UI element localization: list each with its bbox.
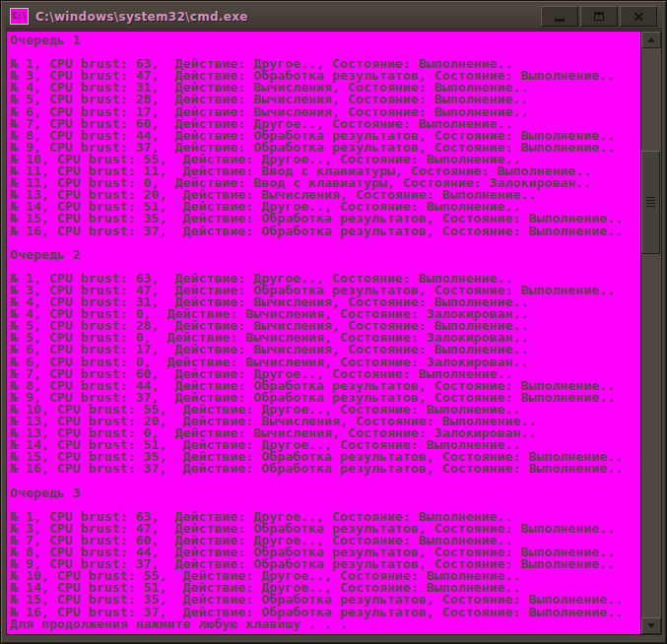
cmd-icon-label: C:\ xyxy=(12,12,26,21)
scroll-up-button[interactable] xyxy=(641,32,661,48)
window-controls: ✕ xyxy=(541,6,657,27)
maximize-button[interactable] xyxy=(580,6,618,27)
minimize-icon xyxy=(555,19,565,22)
console-client-area: Очередь 1№ 1, CPU brust: 63, Действие: Д… xyxy=(6,31,662,635)
cmd-window: C:\ C:\windows\system32\cmd.exe ✕ Очеред… xyxy=(0,0,667,644)
scrollbar-thumb[interactable] xyxy=(641,151,660,254)
arrow-up-icon xyxy=(647,37,655,42)
scroll-down-button[interactable] xyxy=(641,617,661,634)
maximize-icon xyxy=(594,12,604,21)
close-button[interactable]: ✕ xyxy=(620,6,657,27)
console-line: № 16, CPU brust: 37, Действие: Обработка… xyxy=(10,225,640,237)
cmd-icon: C:\ xyxy=(10,8,29,25)
arrow-down-icon xyxy=(647,623,655,628)
console-line: № 16, CPU brust: 37, Действие: Обработка… xyxy=(10,463,640,475)
console-line: Очередь 2 xyxy=(10,249,640,261)
window-title: C:\windows\system32\cmd.exe xyxy=(35,10,248,24)
minimize-button[interactable] xyxy=(541,6,578,27)
console-output[interactable]: Очередь 1№ 1, CPU brust: 63, Действие: Д… xyxy=(7,32,640,634)
vertical-scrollbar[interactable] xyxy=(640,32,661,634)
close-icon: ✕ xyxy=(633,10,644,24)
scrollbar-track[interactable] xyxy=(641,48,661,617)
console-line: Очередь 1 xyxy=(10,34,640,46)
console-line: Очередь 3 xyxy=(10,487,640,499)
console-line xyxy=(10,237,640,249)
grip-icon xyxy=(646,197,655,208)
console-line: Для продолжения нажмите любую клавишу . … xyxy=(10,618,640,630)
console-line xyxy=(10,475,640,486)
title-bar[interactable]: C:\ C:\windows\system32\cmd.exe ✕ xyxy=(5,4,662,30)
